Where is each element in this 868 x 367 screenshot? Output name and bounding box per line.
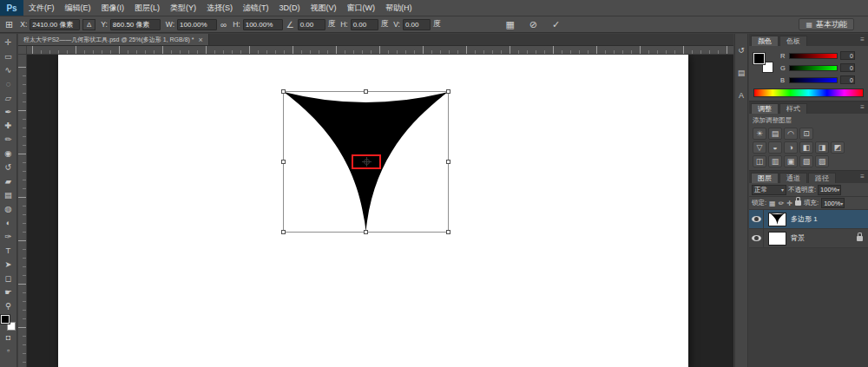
blue-value-field[interactable]: 0 (840, 75, 855, 84)
tab-paths[interactable]: 路径 (808, 173, 836, 183)
lock-position-icon[interactable]: ✛ (786, 200, 792, 207)
adj-exposure-icon[interactable]: ⊡ (799, 128, 813, 140)
adj-gradient-map-icon[interactable]: ▧ (799, 155, 813, 167)
visibility-cell[interactable] (749, 229, 764, 247)
adj-threshold-icon[interactable]: ▣ (784, 155, 798, 167)
close-tab-icon[interactable]: × (199, 36, 203, 44)
quick-mask-button[interactable]: ◘ (1, 331, 16, 344)
menu-layer[interactable]: 图层(L) (129, 0, 165, 16)
menu-file[interactable]: 文件(F) (23, 0, 60, 16)
hand-tool[interactable]: ☛ (1, 285, 16, 298)
skew-v-field[interactable]: 0.00 (403, 19, 431, 30)
width-field[interactable]: 100.00% (177, 19, 217, 30)
reference-point-locator-icon[interactable]: ⊞ (5, 20, 13, 29)
lock-transparency-icon[interactable]: ▦ (769, 200, 776, 207)
menu-3d[interactable]: 3D(D) (274, 0, 306, 16)
red-slider[interactable] (789, 53, 838, 59)
x-position-field[interactable]: 2410.00 像素 (30, 19, 80, 30)
visibility-cell[interactable] (749, 210, 764, 228)
adj-channel-mixer-icon[interactable]: ◩ (831, 141, 845, 154)
tab-adjustments[interactable]: 调整 (751, 103, 779, 114)
adj-hue-saturation-icon[interactable]: ◒ (768, 141, 782, 154)
document-tab[interactable]: 程太大学PS2——几何形状工具.psd @ 25%(多边形 1, RGB/8) … (18, 34, 209, 45)
lock-all-icon[interactable] (795, 200, 801, 206)
adj-photo-filter-icon[interactable]: ◨ (815, 141, 829, 154)
reference-point-crosshair[interactable] (362, 157, 372, 167)
height-field[interactable]: 100.00% (243, 19, 283, 30)
skew-h-field[interactable]: 0.00 (351, 19, 378, 30)
layer-thumbnail[interactable] (768, 232, 786, 246)
screen-mode-button[interactable]: ▫ (1, 344, 16, 357)
rotation-angle-field[interactable]: 0.00 (298, 19, 326, 30)
pen-tool[interactable]: ✑ (1, 229, 16, 243)
adj-levels-icon[interactable]: ▤ (768, 128, 782, 140)
menu-select[interactable]: 选择(S) (201, 0, 238, 16)
gradient-tool[interactable]: ▤ (1, 187, 16, 201)
adj-brightness-contrast-icon[interactable]: ☀ (753, 128, 766, 140)
menu-edit[interactable]: 编辑(E) (60, 0, 96, 16)
adj-posterize-icon[interactable]: ▥ (768, 155, 782, 167)
commit-transform-icon[interactable]: ✓ (552, 19, 560, 30)
quick-selection-tool[interactable]: ◌ (1, 76, 16, 90)
menu-window[interactable]: 窗口(W) (342, 0, 381, 16)
adj-color-balance-icon[interactable]: ◑ (784, 141, 798, 154)
adj-selective-color-icon[interactable]: ▨ (815, 155, 829, 167)
horizontal-ruler[interactable] (27, 46, 733, 55)
tab-channels[interactable]: 通道 (779, 173, 807, 183)
color-panel-menu-icon[interactable]: ≡ (860, 34, 868, 46)
fill-select[interactable]: 100% ▾ (821, 198, 845, 208)
link-dimensions-icon[interactable]: ∞ (220, 20, 227, 29)
dodge-tool[interactable]: ◐ (1, 215, 16, 229)
transform-handle-middle-right[interactable] (446, 160, 450, 164)
color-spectrum-ramp[interactable] (753, 88, 864, 97)
transform-handle-middle-left[interactable] (281, 160, 286, 164)
zoom-tool[interactable]: ⚲ (1, 298, 16, 312)
history-panel-icon[interactable]: ↺ (736, 44, 747, 56)
adj-vibrance-icon[interactable]: ▽ (753, 141, 766, 154)
transform-handle-bottom-middle[interactable] (364, 230, 368, 234)
blue-slider[interactable] (789, 77, 838, 83)
menu-help[interactable]: 帮助(H) (380, 0, 418, 16)
document-viewport[interactable] (18, 46, 733, 367)
transform-handle-top-middle[interactable] (364, 89, 368, 94)
history-brush-tool[interactable]: ↺ (1, 160, 16, 174)
tab-layers[interactable]: 图层 (751, 173, 779, 183)
transform-handle-bottom-right[interactable] (446, 230, 450, 234)
menu-view[interactable]: 视图(V) (306, 0, 342, 16)
green-value-field[interactable]: 0 (840, 63, 855, 72)
layers-panel-menu-icon[interactable]: ≡ (860, 171, 868, 183)
transform-handle-top-left[interactable] (281, 89, 286, 94)
tab-styles[interactable]: 样式 (779, 103, 807, 114)
layer-thumbnail[interactable] (768, 213, 786, 226)
properties-panel-icon[interactable]: ▤ (736, 67, 747, 78)
transform-handle-bottom-left[interactable] (281, 230, 286, 234)
adj-invert-icon[interactable]: ◫ (753, 155, 766, 167)
blur-tool[interactable]: ◍ (1, 201, 16, 215)
y-position-field[interactable]: 860.50 像素 (110, 19, 161, 30)
move-tool[interactable]: ✛ (1, 35, 16, 49)
adjustments-panel-menu-icon[interactable]: ≡ (860, 102, 868, 114)
opacity-select[interactable]: 100% ▾ (818, 185, 841, 195)
red-value-field[interactable]: 0 (840, 51, 855, 60)
spot-healing-brush-tool[interactable]: ✚ (1, 118, 16, 132)
green-slider[interactable] (789, 65, 838, 71)
adj-black-white-icon[interactable]: ◧ (799, 141, 813, 154)
lasso-tool[interactable]: ∿ (1, 62, 16, 76)
tab-swatches[interactable]: 色板 (779, 36, 807, 46)
eraser-tool[interactable]: ▰ (1, 174, 16, 187)
clone-stamp-tool[interactable]: ◉ (1, 146, 16, 160)
tab-color[interactable]: 颜色 (751, 36, 779, 46)
brush-tool[interactable]: ✏ (1, 132, 16, 146)
relative-positioning-button[interactable]: Δ (82, 19, 95, 30)
adj-curves-icon[interactable]: ◠ (784, 128, 798, 140)
menu-type[interactable]: 类型(Y) (165, 0, 201, 16)
foreground-color-swatch[interactable] (1, 315, 10, 324)
type-tool[interactable]: T (1, 243, 16, 257)
shape-tool[interactable]: ◻ (1, 271, 16, 285)
transform-handle-top-right[interactable] (446, 89, 450, 94)
rectangular-marquee-tool[interactable]: ▭ (1, 49, 16, 62)
character-panel-icon[interactable]: A (736, 89, 747, 101)
layer-row-background[interactable]: 背景 (749, 229, 868, 248)
lock-pixels-icon[interactable]: ✏ (779, 200, 785, 207)
blend-mode-select[interactable]: 正常 ▾ (752, 185, 786, 195)
